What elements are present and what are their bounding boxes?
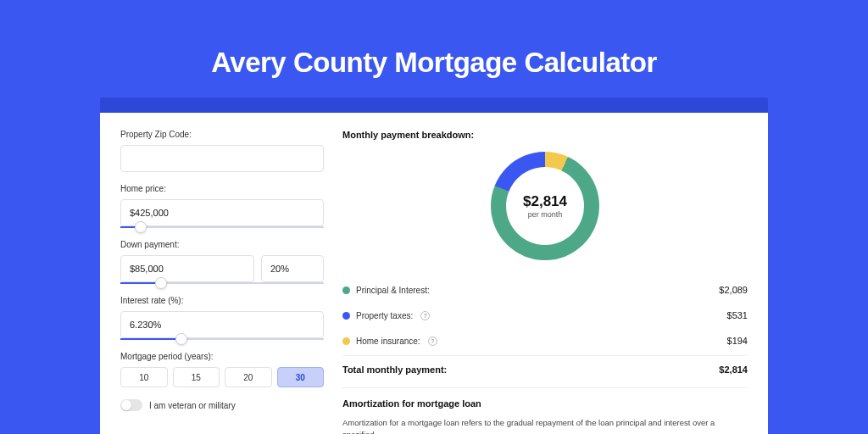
page-container: Avery County Mortgage Calculator Propert… <box>0 0 868 434</box>
slider-thumb[interactable] <box>135 221 147 233</box>
donut-wrap: $2,814 per month <box>342 152 748 260</box>
taxes-label: Property taxes: <box>356 311 413 320</box>
zip-input[interactable] <box>120 145 324 172</box>
period-20-button[interactable]: 20 <box>225 367 272 387</box>
donut-value: $2,814 <box>523 193 567 210</box>
principal-label: Principal & Interest: <box>356 286 430 295</box>
mortgage-period-label: Mortgage period (years): <box>120 352 324 361</box>
legend-dot-principal-icon <box>342 287 350 294</box>
page-title: Avery County Mortgage Calculator <box>211 47 657 79</box>
interest-rate-slider[interactable] <box>120 338 324 340</box>
down-payment-input[interactable] <box>120 255 254 282</box>
veteran-label: I am veteran or military <box>149 401 236 410</box>
legend-dot-insurance-icon <box>342 337 350 345</box>
total-value: $2,814 <box>719 364 748 375</box>
veteran-row: I am veteran or military <box>120 399 324 411</box>
inputs-column: Property Zip Code: Home price: Down paym… <box>120 130 324 434</box>
total-label: Total monthly payment: <box>342 364 447 375</box>
down-payment-pct-input[interactable] <box>261 255 324 282</box>
insurance-value: $194 <box>727 336 748 346</box>
breakdown-title: Monthly payment breakdown: <box>342 130 748 140</box>
zip-field: Property Zip Code: <box>120 130 324 172</box>
breakdown-row-insurance: Home insurance: ? $194 <box>342 328 748 353</box>
legend-dot-taxes-icon <box>342 312 350 320</box>
breakdown-row-principal: Principal & Interest: $2,089 <box>342 277 748 303</box>
principal-value: $2,089 <box>719 285 748 295</box>
amortization-text: Amortization for a mortgage loan refers … <box>342 417 748 434</box>
mortgage-period-field: Mortgage period (years): 10 15 20 30 <box>120 352 324 387</box>
zip-label: Property Zip Code: <box>120 130 324 139</box>
toggle-knob <box>121 400 131 410</box>
ribbon: Property Zip Code: Home price: Down paym… <box>100 97 768 434</box>
interest-rate-input[interactable] <box>120 311 324 338</box>
slider-thumb[interactable] <box>175 333 187 345</box>
period-options: 10 15 20 30 <box>120 367 324 387</box>
down-payment-field: Down payment: <box>120 240 324 284</box>
period-10-button[interactable]: 10 <box>120 367 168 387</box>
period-30-button[interactable]: 30 <box>277 367 325 387</box>
donut-sub: per month <box>528 210 563 219</box>
taxes-value: $531 <box>727 310 748 320</box>
total-row: Total monthly payment: $2,814 <box>342 355 748 375</box>
interest-rate-label: Interest rate (%): <box>120 296 324 305</box>
info-icon[interactable]: ? <box>420 311 430 320</box>
breakdown-row-taxes: Property taxes: ? $531 <box>342 303 748 328</box>
interest-rate-field: Interest rate (%): <box>120 296 324 340</box>
down-payment-label: Down payment: <box>120 240 324 249</box>
donut-center: $2,814 per month <box>506 167 584 245</box>
home-price-label: Home price: <box>120 184 324 193</box>
insurance-label: Home insurance: <box>356 337 420 346</box>
donut-chart: $2,814 per month <box>491 152 599 260</box>
home-price-field: Home price: <box>120 184 324 228</box>
slider-thumb[interactable] <box>155 277 167 289</box>
divider <box>342 375 748 388</box>
breakdown-column: Monthly payment breakdown: $2,814 per mo… <box>342 130 748 434</box>
home-price-input[interactable] <box>120 199 324 226</box>
down-payment-slider[interactable] <box>120 282 324 284</box>
calculator-panel: Property Zip Code: Home price: Down paym… <box>100 113 768 434</box>
veteran-toggle[interactable] <box>120 399 142 411</box>
period-15-button[interactable]: 15 <box>173 367 220 387</box>
amortization-title: Amortization for mortgage loan <box>342 398 748 409</box>
info-icon[interactable]: ? <box>428 337 437 346</box>
slider-fill <box>120 338 181 340</box>
home-price-slider[interactable] <box>120 226 324 228</box>
